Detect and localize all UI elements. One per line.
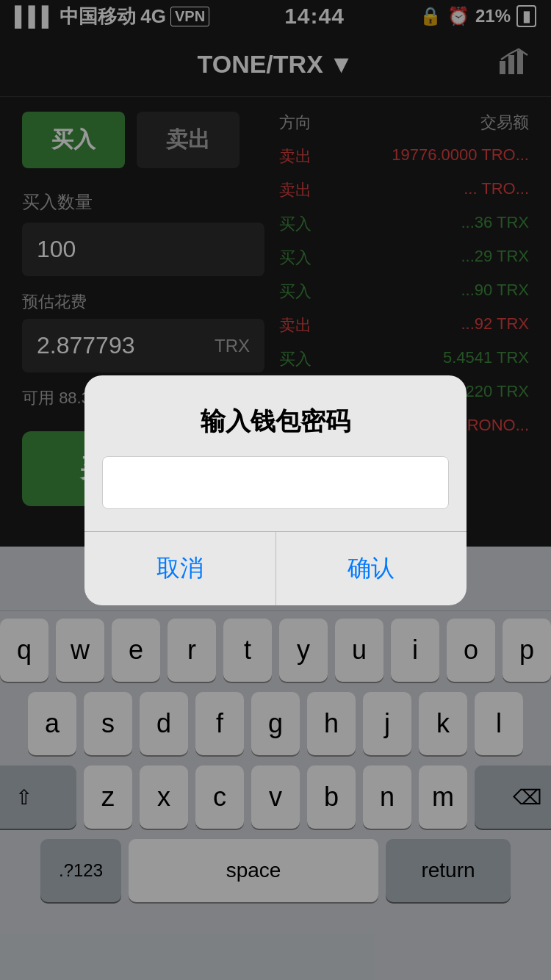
password-input[interactable]	[103, 457, 448, 508]
password-dialog: 输入钱包密码 取消 确认	[84, 375, 467, 605]
modal-overlay: 输入钱包密码 取消 确认	[0, 0, 551, 980]
dialog-actions: 取消 确认	[84, 531, 467, 605]
cancel-button[interactable]: 取消	[84, 532, 276, 605]
dialog-title: 输入钱包密码	[84, 375, 467, 456]
password-input-wrap[interactable]	[102, 456, 449, 509]
confirm-button[interactable]: 确认	[276, 532, 467, 605]
